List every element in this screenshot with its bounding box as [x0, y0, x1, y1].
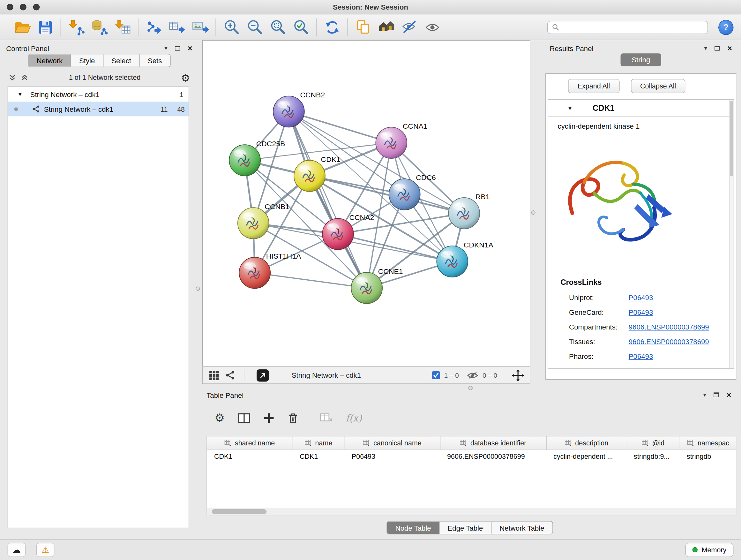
edge-CCNB2-CCNA1[interactable] — [289, 112, 391, 143]
expand-all-tree-icon[interactable] — [21, 74, 28, 81]
warning-button[interactable]: ⚠ — [37, 543, 54, 557]
panel-float-icon[interactable] — [175, 46, 180, 51]
export-network-icon[interactable] — [142, 16, 165, 38]
tab-network-table[interactable]: Network Table — [491, 522, 552, 534]
column-header-shared-name[interactable]: shared name — [207, 436, 293, 449]
crosslink-value-link[interactable]: 9606.ENSP00000378699 — [629, 337, 709, 346]
table-options-gear-icon[interactable]: ⚙ — [214, 412, 225, 424]
left-splitter-handle[interactable] — [196, 287, 200, 291]
network-canvas[interactable]: CCNB2CCNA1CDC25BCDK1CDC6RB1CCNB1CCNA2CDK… — [203, 41, 530, 366]
delete-rows-trash-icon[interactable] — [287, 412, 299, 424]
zoom-window-button[interactable] — [33, 4, 40, 10]
refresh-icon[interactable] — [320, 16, 344, 38]
cloud-button[interactable]: ☁ — [8, 543, 25, 557]
panel-close-icon[interactable]: × — [188, 44, 192, 52]
network-node-CCNB2[interactable]: CCNB2 — [273, 91, 325, 127]
network-node-CDK1[interactable]: CDK1 — [294, 155, 340, 192]
tab-edge-table[interactable]: Edge Table — [440, 522, 491, 534]
network-tree: ▼ String Network – cdk1 1 String Network… — [8, 86, 189, 528]
bottom-splitter-handle[interactable] — [468, 386, 473, 390]
crosslink-value-link[interactable]: P06493 — [629, 352, 653, 360]
crosslink-value-link[interactable]: P06493 — [629, 308, 653, 316]
column-header-database-identifier[interactable]: database identifier — [440, 436, 546, 449]
zoom-fit-content-icon[interactable] — [266, 16, 289, 38]
column-header-description[interactable]: description — [546, 436, 627, 449]
network-node-CCNA1[interactable]: CCNA1 — [376, 122, 427, 159]
network-node-RB1[interactable]: RB1 — [448, 192, 489, 229]
column-header--id[interactable]: @id — [627, 436, 680, 449]
crosslink-value-link[interactable]: 9606.ENSP00000378699 — [629, 323, 709, 331]
zoom-out-icon[interactable] — [243, 16, 266, 38]
hidden-eye-icon[interactable] — [467, 371, 478, 379]
scrollbar-thumb[interactable] — [730, 101, 733, 176]
panel-menu-icon[interactable]: ▾ — [704, 45, 707, 51]
show-columns-icon[interactable] — [238, 412, 250, 424]
export-image-icon[interactable] — [189, 16, 212, 38]
table-horizontal-scrollbar[interactable] — [206, 508, 736, 516]
help-icon[interactable]: ? — [718, 19, 733, 35]
grid-view-icon[interactable] — [208, 369, 220, 381]
show-all-icon[interactable] — [421, 16, 445, 38]
network-node-CDKN1A[interactable]: CDKN1A — [436, 241, 493, 277]
edge-CCNB2-CCNE1[interactable] — [289, 112, 367, 288]
hide-selected-icon[interactable] — [398, 16, 421, 38]
crosslink-label: Tissues: — [569, 337, 629, 346]
table-row[interactable]: CDK1CDK1P064939606.ENSP00000378699cyclin… — [207, 449, 737, 462]
table-cell: stringdb:9... — [627, 449, 680, 462]
tab-select[interactable]: Select — [104, 54, 140, 67]
function-builder-icon: f(x) — [346, 412, 362, 424]
import-network-from-database-icon[interactable] — [88, 16, 111, 38]
column-header-namespac[interactable]: namespac — [680, 436, 737, 449]
network-options-gear-icon[interactable]: ⚙ — [181, 72, 190, 82]
zoom-selected-icon[interactable] — [289, 16, 313, 38]
table-cell: cyclin-dependent ... — [546, 449, 627, 462]
panel-close-icon[interactable]: × — [726, 391, 731, 399]
gene-section: ▼ CDK1 cyclin-dependent kinase 1 — [548, 99, 734, 369]
right-splitter-handle[interactable] — [531, 210, 536, 214]
memory-button[interactable]: Memory — [685, 543, 734, 557]
panel-float-icon[interactable] — [714, 392, 719, 397]
column-header-canonical-name[interactable]: canonical name — [345, 436, 440, 449]
save-session-icon[interactable] — [33, 16, 57, 38]
section-collapse-triangle-icon[interactable]: ▼ — [567, 105, 573, 111]
panel-float-icon[interactable] — [715, 46, 720, 51]
import-network-from-file-icon[interactable] — [65, 16, 88, 38]
network-node-HIST1H1A[interactable]: HIST1H1A — [239, 252, 301, 288]
panel-menu-icon[interactable]: ▾ — [703, 392, 706, 398]
network-node-CCNB1[interactable]: CCNB1 — [238, 202, 289, 239]
search-input[interactable] — [562, 23, 703, 31]
tab-node-table[interactable]: Node Table — [387, 522, 440, 534]
tab-string[interactable]: String — [621, 53, 661, 66]
close-window-button[interactable] — [7, 4, 13, 10]
zoom-in-icon[interactable] — [220, 16, 243, 38]
collapse-all-button[interactable]: Collapse All — [630, 79, 685, 93]
crosslinks-list: Uniprot:P06493GeneCard:P06493Compartment… — [569, 290, 725, 364]
panel-close-icon[interactable]: × — [727, 44, 732, 52]
edge-HIST1H1A-CCNE1[interactable] — [255, 273, 367, 288]
gene-section-header[interactable]: ▼ CDK1 — [548, 100, 734, 117]
open-in-window-button[interactable] — [257, 369, 269, 381]
add-column-icon[interactable] — [263, 412, 274, 424]
results-scrollbar[interactable] — [729, 100, 733, 368]
panel-menu-icon[interactable]: ▾ — [164, 45, 167, 51]
export-table-icon[interactable] — [165, 16, 189, 38]
import-table-from-file-icon[interactable] — [111, 16, 134, 38]
selected-checkbox-icon[interactable] — [432, 371, 440, 379]
column-header-name[interactable]: name — [293, 436, 345, 449]
expand-all-button[interactable]: Expand All — [568, 79, 619, 93]
tab-network[interactable]: Network — [29, 54, 71, 67]
network-collection-row[interactable]: ▼ String Network – cdk1 1 — [8, 87, 189, 102]
home-icon[interactable] — [375, 16, 398, 38]
share-network-icon[interactable] — [225, 370, 235, 380]
tab-sets[interactable]: Sets — [140, 54, 170, 67]
crosslink-value-link[interactable]: P06493 — [629, 294, 653, 302]
pan-crosshair-icon[interactable] — [512, 369, 524, 381]
tree-expand-triangle-icon[interactable]: ▼ — [17, 91, 23, 97]
network-row[interactable]: String Network – cdk1 11 48 — [8, 102, 189, 116]
open-session-icon[interactable] — [10, 16, 34, 38]
tab-style[interactable]: Style — [71, 54, 104, 67]
minimize-window-button[interactable] — [20, 4, 26, 10]
copy-icon[interactable] — [352, 16, 375, 38]
collapse-all-tree-icon[interactable] — [9, 74, 16, 81]
scrollbar-thumb[interactable] — [212, 509, 266, 514]
